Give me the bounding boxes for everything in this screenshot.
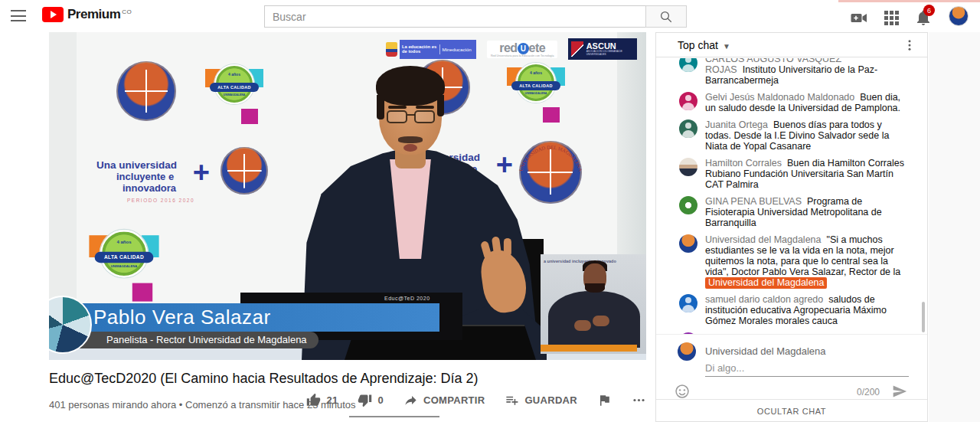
- colombia-crest-icon: [386, 42, 397, 57]
- dislike-button[interactable]: 0: [358, 393, 384, 407]
- share-icon: [403, 393, 418, 407]
- seal-arc-text: UNIVERSIDAD DEL MAGDALENA: [514, 136, 586, 175]
- search-button[interactable]: [645, 5, 687, 28]
- dislike-count: 0: [377, 394, 384, 406]
- chat-author[interactable]: Universidad del Magdalena: [705, 234, 821, 245]
- apps-grid-icon[interactable]: [882, 8, 900, 27]
- chat-options-kebab-icon[interactable]: [903, 38, 916, 52]
- page-load-progress-bar: [838, 0, 980, 2]
- lower-third-role: Panelista - Rector Universidad de Magdal…: [66, 332, 318, 348]
- flag-icon: [597, 393, 612, 407]
- like-ratio-bar: [349, 416, 439, 417]
- notifications-bell-icon[interactable]: 6: [914, 8, 933, 27]
- avatar: [679, 58, 697, 72]
- redunete-logo: redUete Red Universitaria para la Educac…: [487, 41, 557, 58]
- share-button[interactable]: COMPARTIR: [403, 393, 485, 407]
- save-label: GUARDAR: [524, 394, 577, 406]
- alta-calidad-badge: 4 años ALTA CALIDAD UNIMAGDALENA: [507, 61, 565, 126]
- search-bar: [264, 5, 687, 28]
- current-user-avatar: [678, 342, 696, 361]
- like-count: 21: [326, 394, 338, 406]
- slide-slogan: Una universidad incluyente e innovadora …: [96, 159, 204, 203]
- partner-logos: La educación es de todos Mineducación re…: [386, 38, 637, 60]
- avatar: [679, 294, 697, 312]
- youtube-premium-logo[interactable]: Premium CO: [42, 7, 132, 22]
- chat-scrollbar-thumb[interactable]: [922, 302, 925, 332]
- video-title: Educ@TecD2020 (El Camino hacia Resultado…: [49, 371, 585, 387]
- university-seal-icon: [220, 147, 268, 195]
- chat-author[interactable]: GINA PENA BUELVAS: [705, 196, 802, 207]
- thumb-down-icon: [358, 393, 372, 407]
- plus-icon: +: [193, 161, 210, 184]
- avatar: [679, 196, 697, 214]
- mention-chip: Universidad del Magdalena: [705, 277, 827, 289]
- action-bar: 21 0 COMPARTIR GUARDAR: [337, 393, 646, 407]
- create-video-icon[interactable]: [850, 8, 868, 27]
- save-button[interactable]: GUARDAR: [505, 393, 577, 407]
- hamburger-menu-icon[interactable]: [11, 10, 26, 21]
- sign-language-interpreter-box: a universidad incluyente e innovado: [541, 254, 646, 354]
- avatar: [679, 119, 697, 138]
- search-input[interactable]: [264, 5, 645, 28]
- glasses-icon: [387, 110, 407, 123]
- live-chat-panel: Top chat▼ CARLOS AUGUSTO VASQUEZ ROJASIn…: [655, 32, 928, 422]
- notification-count-badge: 6: [923, 5, 935, 16]
- avatar: [679, 234, 697, 253]
- youtube-play-icon: [42, 7, 64, 22]
- university-seal-icon: [116, 61, 176, 121]
- chat-author[interactable]: samuel dario caldon agredo: [705, 294, 823, 305]
- hide-chat-button[interactable]: OCULTAR CHAT: [757, 407, 826, 416]
- chat-author[interactable]: Gelvi Jesús Maldonado Maldonado: [705, 92, 854, 103]
- ellipsis-icon: [632, 393, 646, 407]
- playlist-add-icon: [505, 393, 519, 407]
- hide-chat-bar: OCULTAR CHAT: [656, 399, 927, 422]
- country-code: CO: [122, 8, 132, 15]
- chat-message: GINA PENA BUELVASPrograma de Fisioterapi…: [656, 193, 927, 231]
- chat-message: Gelvi Jesús Maldonado MaldonadoBuen dia,…: [656, 89, 927, 116]
- chat-message-input[interactable]: [705, 360, 909, 377]
- masthead: Premium CO 6: [0, 0, 980, 32]
- chat-message: Hamilton CorralesBuen dia Hamilton Corra…: [656, 155, 927, 193]
- ascun-logo: ASCUNASOCIACIÓN COLOMBIANA DE UNIVERSIDA…: [568, 38, 637, 60]
- chat-author[interactable]: Hamilton Corrales: [705, 158, 782, 168]
- emoji-icon[interactable]: [675, 384, 690, 399]
- plus-icon: +: [496, 153, 513, 176]
- current-user-name: Universidad del Magdalena: [705, 345, 826, 357]
- chat-message: CARLOS AUGUSTO VASQUEZ ROJASInstituto Un…: [656, 58, 927, 89]
- alta-calidad-badge: 4 años ALTA CALIDAD UNIMAGDALENA: [89, 228, 158, 306]
- lower-third-name: Pablo Vera Salazar: [57, 303, 439, 332]
- search-icon: [659, 10, 673, 24]
- chat-input-area: Universidad del Magdalena 0/200: [656, 334, 927, 399]
- like-button[interactable]: 21: [306, 393, 338, 407]
- more-actions-button[interactable]: [632, 393, 646, 407]
- alta-calidad-badge: 4 años ALTA CALIDAD UNIMAGDALENA: [205, 63, 263, 127]
- glasses-icon: [414, 110, 435, 123]
- mineducacion-logo: La educación es de todos Mineducación: [386, 40, 476, 59]
- chat-message: samuel dario caldon agredosaludos de ins…: [656, 291, 927, 329]
- character-counter: 0/200: [857, 387, 880, 397]
- speaker-hair: [376, 66, 445, 106]
- chat-mode-dropdown[interactable]: Top chat▼: [678, 39, 730, 51]
- send-icon[interactable]: [892, 384, 907, 399]
- report-button[interactable]: [597, 393, 612, 407]
- chat-message: Juanita OrtegaBuenos días para todos y t…: [656, 116, 927, 155]
- chat-author[interactable]: Juanita Ortega: [705, 119, 768, 130]
- account-avatar[interactable]: [949, 6, 969, 26]
- thumb-up-icon: [306, 393, 321, 407]
- svg-text:UNIVERSIDAD DEL MAGDALENA: UNIVERSIDAD DEL MAGDALENA: [518, 145, 583, 172]
- chat-header: Top chat▼: [656, 33, 927, 57]
- avatar: [679, 158, 697, 176]
- chevron-down-icon: ▼: [723, 42, 730, 51]
- chat-message-list: CARLOS AUGUSTO VASQUEZ ROJASInstituto Un…: [656, 58, 927, 334]
- video-player[interactable]: UNIVERSIDAD DEL MAGDALENA 4 años ALTA CA…: [49, 32, 646, 360]
- brand-wordmark: Premium: [67, 7, 120, 22]
- avatar: [679, 92, 697, 110]
- event-watermark: Educ@TeD 2020: [384, 296, 430, 301]
- page-background: [929, 32, 980, 422]
- interpreter-orange-bar: [541, 345, 637, 352]
- youtube-watch-page: Premium CO 6 UNIVE: [0, 0, 980, 422]
- share-label: COMPARTIR: [423, 394, 485, 406]
- chat-message: Universidad del Magdalena"Si a muchos es…: [656, 231, 927, 291]
